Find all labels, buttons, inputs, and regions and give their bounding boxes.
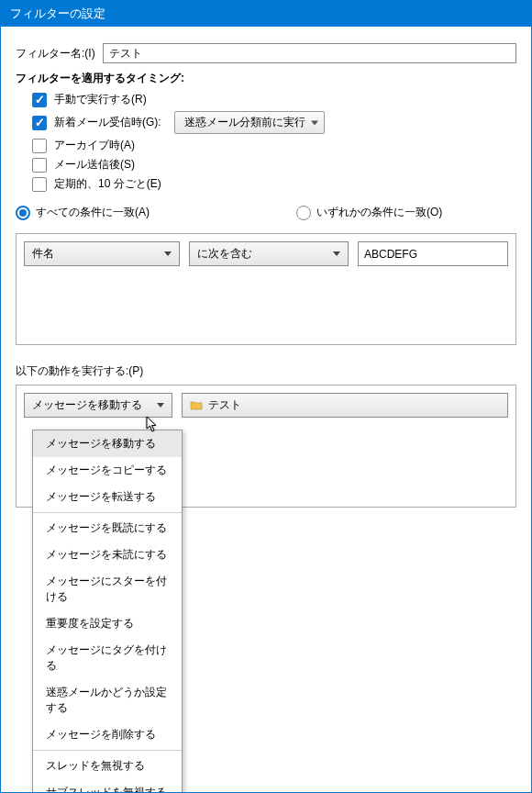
timing-aftersend-label: メール送信後(S) — [54, 157, 135, 173]
action-menu-item[interactable]: メッセージをコピーする — [33, 457, 182, 484]
match-any-radio[interactable] — [296, 206, 311, 220]
timing-newmail-row[interactable]: ✓ 新着メール受信時(G): 迷惑メール分類前に実行 — [32, 111, 516, 134]
condition-field-select[interactable]: 件名 — [24, 241, 180, 266]
timing-periodic-label: 定期的、10 分ごと(E) — [54, 176, 161, 192]
action-type-dropdown-menu[interactable]: メッセージを移動するメッセージをコピーするメッセージを転送するメッセージを既読に… — [32, 430, 183, 793]
timing-periodic-row[interactable]: ✓ 定期的、10 分ごと(E) — [32, 176, 516, 192]
action-menu-item[interactable]: メッセージを既読にする — [33, 515, 182, 542]
chevron-down-icon — [164, 251, 172, 256]
conditions-panel: 件名 に次を含む — [16, 233, 516, 345]
match-all-label: すべての条件に一致(A) — [36, 205, 150, 220]
menu-separator — [33, 512, 182, 513]
action-row: メッセージを移動する テスト — [24, 393, 508, 418]
action-menu-item[interactable]: メッセージにスターを付ける — [33, 568, 182, 610]
action-menu-item[interactable]: メッセージを移動する — [33, 430, 182, 457]
action-menu-item[interactable]: メッセージを未読にする — [33, 542, 182, 568]
action-type-value: メッセージを移動する — [32, 397, 142, 413]
action-menu-item[interactable]: スレッドを無視する — [33, 753, 182, 779]
filter-settings-window: フィルターの設定 フィルター名:(I) フィルターを適用するタイミング: ✓ 手… — [0, 0, 532, 793]
action-menu-item[interactable]: 重要度を設定する — [33, 610, 182, 637]
timing-aftersend-row[interactable]: ✓ メール送信後(S) — [32, 157, 516, 173]
condition-operator-select[interactable]: に次を含む — [189, 241, 349, 266]
match-any-label: いずれかの条件に一致(O) — [316, 205, 442, 220]
condition-value-input[interactable] — [358, 241, 508, 266]
timing-archive-label: アーカイブ時(A) — [54, 138, 135, 153]
timing-manual-label: 手動で実行する(R) — [54, 92, 147, 107]
timing-archive-row[interactable]: ✓ アーカイブ時(A) — [32, 138, 516, 153]
timing-manual-checkbox[interactable]: ✓ — [32, 93, 47, 107]
action-menu-item[interactable]: サブスレッドを無視する — [33, 779, 182, 793]
chevron-down-icon — [157, 403, 164, 408]
timing-newmail-label: 新着メール受信時(G): — [54, 115, 161, 130]
window-title: フィルターの設定 — [10, 6, 105, 20]
timing-aftersend-checkbox[interactable]: ✓ — [32, 158, 47, 173]
action-folder-select[interactable]: テスト — [182, 393, 508, 418]
condition-operator-value: に次を含む — [197, 246, 252, 262]
action-type-select[interactable]: メッセージを移動する — [24, 393, 172, 418]
filter-name-input[interactable] — [103, 43, 516, 63]
condition-row: 件名 に次を含む — [24, 241, 508, 266]
action-menu-item[interactable]: メッセージを削除する — [33, 721, 182, 748]
filter-name-label: フィルター名:(I) — [16, 45, 95, 61]
action-menu-item[interactable]: メッセージにタグを付ける — [33, 637, 182, 679]
folder-icon — [190, 400, 203, 410]
action-menu-item[interactable]: メッセージを転送する — [33, 484, 182, 510]
timing-newmail-checkbox[interactable]: ✓ — [32, 116, 47, 130]
condition-field-value: 件名 — [32, 246, 54, 262]
timing-section-title: フィルターを適用するタイミング: — [16, 71, 516, 86]
match-all-radio[interactable] — [16, 206, 30, 220]
timing-newmail-option-select[interactable]: 迷惑メール分類前に実行 — [174, 111, 325, 134]
filter-name-row: フィルター名:(I) — [16, 43, 516, 63]
timing-archive-checkbox[interactable]: ✓ — [32, 139, 47, 153]
actions-label: 以下の動作を実行する:(P) — [16, 363, 516, 379]
match-any-group[interactable]: いずれかの条件に一致(O) — [296, 205, 442, 220]
chevron-down-icon — [333, 251, 340, 256]
timing-periodic-checkbox[interactable]: ✓ — [32, 177, 47, 192]
match-mode-row: すべての条件に一致(A) いずれかの条件に一致(O) — [16, 205, 516, 220]
timing-manual-row[interactable]: ✓ 手動で実行する(R) — [32, 92, 516, 107]
menu-separator — [33, 750, 182, 751]
window-titlebar: フィルターの設定 — [1, 1, 531, 27]
match-all-group[interactable]: すべての条件に一致(A) — [16, 205, 150, 220]
action-menu-item[interactable]: 迷惑メールかどうか設定する — [33, 679, 182, 721]
action-folder-value: テスト — [208, 397, 241, 413]
